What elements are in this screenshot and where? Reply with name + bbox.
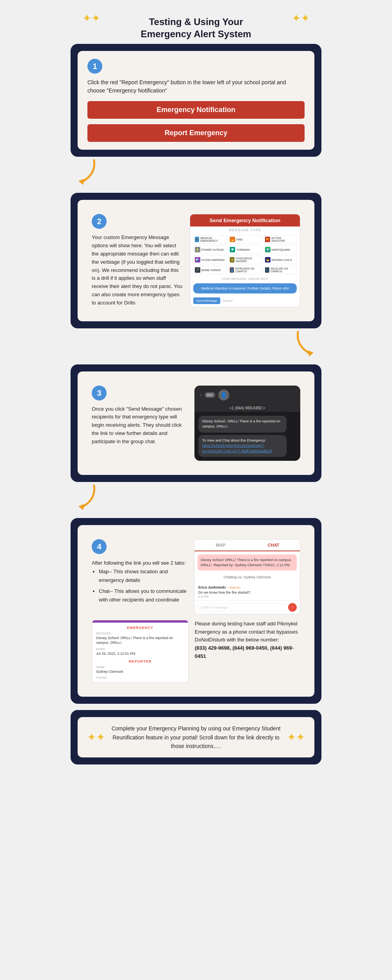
emergency-item-wildlife[interactable]: 🐾 WILDLIFE ON CAMPUS: [263, 266, 297, 274]
wildlife-icon: 🐾: [265, 267, 270, 273]
shooter-icon: 🔫: [265, 237, 270, 242]
page-title: Testing & Using Your Emergency Alert Sys…: [74, 16, 318, 40]
footer-inner: ✦✦ Complete your Emergency Planning by u…: [78, 717, 314, 757]
step-2-text: Your custom Emergency Message options wi…: [92, 234, 183, 307]
emergency-item-missing-child[interactable]: 👦 MISSING CHILD: [263, 255, 297, 264]
step-1-inner: 1 Click the red "Report Emergency" butto…: [78, 51, 314, 150]
step-2-content: 2 Your custom Emergency Message options …: [85, 208, 307, 313]
tab-chat[interactable]: CHAT: [247, 540, 300, 551]
emergency-notification-button[interactable]: Emergency Notification: [87, 101, 305, 119]
emergency-item-earthquake[interactable]: 🌍 EARTHQUAKE: [263, 245, 297, 254]
flood-icon: 🌊: [195, 257, 200, 263]
poison-label: POISONOUS HAZARD: [236, 257, 260, 263]
step-4-bottom: EMERGENCY MESSAGE Disney School: DRILL! …: [92, 620, 300, 683]
emergency-item-shooter[interactable]: 🔫 ACTIVE SHOOTER: [263, 235, 297, 244]
shooter-label: ACTIVE SHOOTER: [271, 237, 295, 242]
bullet-map: Map-- This shows location and emergency …: [99, 567, 188, 585]
fire-icon: 🔥: [230, 237, 235, 242]
missing-child-label: MISSING CHILD: [272, 259, 292, 261]
poison-icon: ☠: [230, 257, 234, 263]
name-field-value: Sydney Clermont: [96, 669, 184, 674]
step-4-box: 4 After following the link you will see …: [71, 518, 321, 704]
emergency-item-poison[interactable]: ☠ POISONOUS HAZARD: [228, 255, 261, 264]
intruder-icon: 👤: [230, 267, 234, 273]
tornado-icon: 🌪: [230, 247, 235, 252]
arrow-down-icon-2: [290, 330, 321, 357]
sms-message-2: To View and Chat about this Emergency: h…: [198, 435, 287, 457]
footer-sparkle-right: ✦✦: [287, 731, 305, 744]
step-3-left: 3 Once you click "Send Message" chosen r…: [92, 386, 188, 461]
step-1-text: Click the red "Report Emergency" button …: [87, 78, 305, 95]
step-4-top: 4 After following the link you will see …: [92, 539, 300, 614]
emergency-item-tornado[interactable]: 🌪 TORNADO: [228, 245, 261, 254]
step-4-left: 4 After following the link you will see …: [92, 539, 188, 614]
emergency-item-bomb[interactable]: 💣 BOMB THREAT: [193, 266, 227, 274]
msg-type-label: MESSAGE TYPE: [190, 226, 300, 234]
footer-sparkle-left: ✦✦: [87, 731, 105, 744]
step-2-panel: Send Emergency Notification MESSAGE TYPE…: [190, 214, 300, 307]
step-3-inner: 3 Once you click "Send Message" chosen r…: [78, 371, 314, 475]
arrow-1: [71, 157, 321, 187]
teacher-name-line: Erica Jankowski • Teacher: [198, 583, 296, 590]
report-emergency-button[interactable]: Report Emergency: [87, 124, 305, 142]
teacher-message: Erica Jankowski • Teacher Do we know how…: [194, 581, 300, 600]
footer-box: ✦✦ Complete your Emergency Planning by u…: [71, 710, 321, 764]
send-buttons-row: Send Message Cancel: [190, 295, 300, 306]
emergency-link[interactable]: https://schools.pikmykid.com/easmap/?m=7…: [202, 444, 272, 453]
teacher-name: Erica Jankowski: [198, 585, 226, 589]
tabs-bar: MAP CHAT: [194, 540, 300, 551]
message-bubble: Medical Attention is required. Further D…: [193, 283, 297, 293]
contact-avatar: 👤: [218, 389, 229, 400]
intruder-label: INTRUDER ON CAMPUS: [235, 267, 260, 273]
teacher-time: 3:13 PM: [198, 595, 296, 598]
wildlife-label: WILDLIFE ON CAMPUS: [270, 267, 295, 273]
sms-message-1: Disney School:. DRILL! There is a fire r…: [198, 416, 287, 433]
step-2-number: 2: [92, 214, 107, 229]
arrow-3: [71, 482, 321, 513]
send-message-button[interactable]: Send Message: [193, 297, 220, 304]
bomb-icon: 💣: [195, 267, 200, 273]
phone-header: ‹ 692 👤: [194, 386, 300, 404]
chat-panel: MAP CHAT Disney School: DRILL! There is …: [194, 539, 300, 614]
emergency-item-flood[interactable]: 🌊 FLOOD WARNING: [193, 255, 227, 264]
back-button[interactable]: ‹: [200, 392, 201, 398]
chat-input-bar: Enter a message ↑: [194, 600, 300, 614]
arrow-down-icon-1: [71, 158, 102, 186]
power-icon: ⚡: [195, 247, 200, 252]
page-header: ✦✦ Testing & Using Your Emergency Alert …: [71, 8, 321, 44]
tornado-label: TORNADO: [236, 248, 250, 251]
footer-text: Complete your Emergency Planning by usin…: [110, 724, 282, 750]
chat-input[interactable]: Enter a message: [198, 603, 286, 611]
bypass-note: Please during testing have staff add Pik…: [195, 620, 300, 683]
tab-map[interactable]: MAP: [194, 540, 247, 551]
step-3-box: 3 Once you click "Send Message" chosen r…: [71, 364, 321, 482]
fire-label: FIRE: [236, 238, 243, 241]
map-card-content: EMERGENCY MESSAGE Disney School: DRILL! …: [92, 623, 188, 682]
bomb-label: BOMB THREAT: [201, 269, 221, 272]
phone-field-label: PHONE: [96, 676, 184, 679]
step-4-inner: 4 After following the link you will see …: [78, 525, 314, 697]
emergency-item-fire[interactable]: 🔥 FIRE: [228, 235, 261, 244]
step-2-inner: 2 Your custom Emergency Message options …: [78, 200, 314, 321]
power-label: POWER OUTAGE: [201, 248, 224, 251]
emergency-item-power[interactable]: ⚡ POWER OUTAGE: [193, 245, 227, 254]
emergency-item-medical[interactable]: ➕ MEDICAL EMERGENCY: [193, 235, 227, 244]
step-1-number: 1: [87, 59, 102, 74]
step-3-content: 3 Once you click "Send Message" chosen r…: [85, 379, 307, 467]
svg-marker-0: [78, 179, 84, 185]
earthquake-label: EARTHQUAKE: [272, 248, 290, 251]
sms-messages: Disney School:. DRILL! There is a fire r…: [194, 412, 300, 461]
message-count: 692: [205, 392, 215, 398]
send-chat-button[interactable]: ↑: [288, 603, 297, 612]
phone-mock: ‹ 692 👤 +1 (844) 969-0450 > Disney Schoo…: [194, 386, 300, 461]
medical-icon: ➕: [195, 237, 199, 242]
teacher-text: Do we know how the fire started?: [198, 590, 296, 595]
teacher-badge: • Teacher: [227, 586, 240, 589]
flood-label: FLOOD WARNING: [201, 259, 225, 261]
phone-number: +1 (844) 969-0450 >: [194, 404, 300, 412]
emergency-item-intruder[interactable]: 👤 INTRUDER ON CAMPUS: [228, 266, 261, 274]
step-4-bullets: Map-- This shows location and emergency …: [92, 567, 188, 604]
message-field-value: Disney School: DRILL! There is a fire re…: [96, 636, 184, 645]
cancel-link[interactable]: Cancel: [223, 299, 232, 303]
chat-alert-box: Disney School: DRILL! There is a fire re…: [198, 554, 297, 571]
